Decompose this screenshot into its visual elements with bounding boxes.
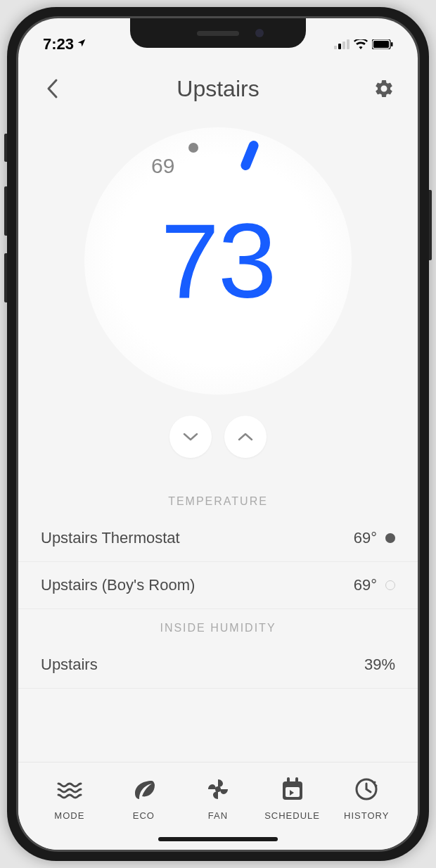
temp-up-button[interactable] xyxy=(224,416,267,458)
thermostat-dial[interactable]: 69 73 xyxy=(84,127,352,395)
temp-down-button[interactable] xyxy=(169,416,212,458)
dial-container: 69 73 xyxy=(18,113,418,402)
fan-icon xyxy=(204,775,232,803)
volume-up xyxy=(4,186,7,236)
tab-label: HISTORY xyxy=(344,810,389,821)
tab-eco[interactable]: ECO xyxy=(107,775,181,821)
humidity-name: Upstairs xyxy=(41,656,98,674)
signal-icon xyxy=(334,39,350,49)
sensor-inactive-indicator xyxy=(385,580,395,590)
sensor-name: Upstairs (Boy's Room) xyxy=(41,576,195,594)
svg-rect-3 xyxy=(347,39,350,49)
svg-rect-0 xyxy=(334,46,337,49)
sensor-name: Upstairs Thermostat xyxy=(41,529,180,547)
status-time: 7:23 xyxy=(43,35,74,53)
sensor-row[interactable]: Upstairs (Boy's Room) 69° xyxy=(18,562,418,609)
svg-rect-2 xyxy=(342,42,345,49)
settings-button[interactable] xyxy=(370,75,398,103)
svg-rect-1 xyxy=(338,44,341,49)
page-title: Upstairs xyxy=(177,76,259,102)
svg-point-7 xyxy=(215,786,221,792)
dial-target-marker xyxy=(188,143,198,153)
sensor-row[interactable]: Upstairs Thermostat 69° xyxy=(18,515,418,562)
notch xyxy=(130,18,306,48)
sensor-temp: 69° xyxy=(354,576,377,594)
svg-point-14 xyxy=(376,785,378,787)
tab-label: SCHEDULE xyxy=(264,810,320,821)
temperature-section-label: TEMPERATURE xyxy=(18,483,418,515)
tab-label: FAN xyxy=(208,810,228,821)
dial-current-marker xyxy=(239,139,259,172)
dial-target-temp: 69 xyxy=(151,154,174,178)
svg-rect-6 xyxy=(391,42,393,46)
humidity-section-label: INSIDE HUMIDITY xyxy=(18,609,418,642)
sensor-active-indicator xyxy=(385,533,395,543)
tab-label: MODE xyxy=(54,810,84,821)
svg-point-13 xyxy=(374,781,376,784)
mode-icon xyxy=(56,775,84,803)
wifi-icon xyxy=(354,39,368,49)
back-button[interactable] xyxy=(38,75,66,103)
tab-fan[interactable]: FAN xyxy=(181,775,255,821)
svg-rect-10 xyxy=(295,777,298,784)
screen: 7:23 xyxy=(18,18,418,850)
svg-rect-5 xyxy=(373,41,389,48)
temp-controls xyxy=(18,402,418,483)
tab-mode[interactable]: MODE xyxy=(32,775,107,821)
power-button xyxy=(429,190,432,260)
calendar-icon xyxy=(278,775,307,803)
home-indicator[interactable] xyxy=(158,837,278,841)
silence-switch xyxy=(4,134,7,162)
humidity-row[interactable]: Upstairs 39% xyxy=(18,642,418,689)
dial-current-temp: 73 xyxy=(161,200,276,322)
volume-down xyxy=(4,253,7,302)
leaf-icon xyxy=(129,775,158,803)
location-icon xyxy=(77,38,86,51)
history-icon xyxy=(352,775,380,803)
humidity-value: 39% xyxy=(364,656,395,674)
sensor-temp: 69° xyxy=(354,529,377,547)
svg-rect-9 xyxy=(287,777,290,784)
header: Upstairs xyxy=(18,57,418,113)
tab-label: ECO xyxy=(133,810,155,821)
battery-icon xyxy=(372,39,393,49)
tab-schedule[interactable]: SCHEDULE xyxy=(255,775,330,821)
tab-history[interactable]: HISTORY xyxy=(329,775,404,821)
phone-frame: 7:23 xyxy=(7,7,429,861)
